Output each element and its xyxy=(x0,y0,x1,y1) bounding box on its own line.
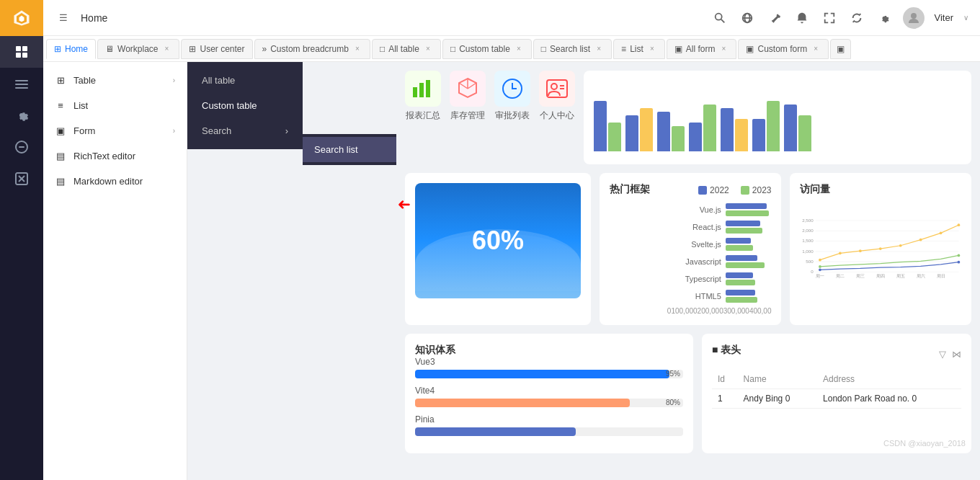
vue3-name: Vue3 xyxy=(415,357,683,367)
search-icon[interactable] xyxy=(711,9,729,27)
submenu-all-table[interactable]: All table xyxy=(187,68,303,93)
bar-label: Svelte.js xyxy=(667,240,721,249)
filter-icon[interactable]: ▽ xyxy=(939,349,946,360)
vert-bar xyxy=(752,119,765,151)
tab-home[interactable]: ⊞ Home xyxy=(46,39,96,59)
svg-text:周二: 周二 xyxy=(836,273,845,278)
svg-rect-23 xyxy=(413,87,417,97)
middle-row: 60% 热门框架 2022 xyxy=(405,173,971,325)
tab-list-icon: ≡ xyxy=(621,44,626,54)
tab-custom-table-label: Custom table xyxy=(459,44,510,54)
tab-all-table[interactable]: □ All table × xyxy=(372,39,441,59)
svg-rect-5 xyxy=(16,53,21,58)
submenu-custom-table-label: Custom table xyxy=(202,100,257,111)
tab-user-center[interactable]: ⊞ User center xyxy=(181,39,252,59)
settings-icon[interactable] xyxy=(876,9,893,27)
quick-link-inventory[interactable]: 库存管理 xyxy=(450,71,486,164)
tab-more[interactable]: ▣ xyxy=(830,39,851,59)
svg-rect-8 xyxy=(15,84,28,85)
bar-2023 xyxy=(726,210,769,216)
tab-home-label: Home xyxy=(65,44,88,54)
markdown-icon: ▤ xyxy=(55,176,66,187)
sidebar-item-minus[interactable] xyxy=(0,131,43,163)
svg-rect-25 xyxy=(426,80,430,97)
knowledge-vue3: Vue3 95% xyxy=(415,357,683,378)
tab-custom-form-close[interactable]: × xyxy=(811,44,821,54)
search-submenu-search-list[interactable]: Search list xyxy=(303,137,396,162)
tab-custom-table-close[interactable]: × xyxy=(514,44,524,54)
tab-custom-breadcrumb[interactable]: » Custom breadcrumb × xyxy=(254,39,370,59)
knowledge-pinia: Pinia xyxy=(415,414,683,436)
menu-item-table[interactable]: ⊞ Table › xyxy=(43,68,187,93)
svg-point-47 xyxy=(899,244,902,247)
menu-toggle-icon[interactable]: ☰ xyxy=(55,9,72,27)
sidebar-item-home[interactable] xyxy=(0,36,43,68)
menu-item-markdown[interactable]: ▤ Markdown editor xyxy=(43,169,187,194)
menu-item-list[interactable]: ≡ List xyxy=(43,93,187,118)
menu-item-form[interactable]: ▣ Form › xyxy=(43,118,187,143)
logo[interactable] xyxy=(0,0,43,36)
col-address: Address xyxy=(817,370,961,389)
sidebar-item-settings[interactable] xyxy=(0,99,43,131)
quick-link-reports[interactable]: 报表汇总 xyxy=(405,71,441,164)
tab-all-form-close[interactable]: × xyxy=(718,44,729,54)
tab-custom-form[interactable]: ▣ Custom form × xyxy=(738,39,829,59)
tab-all-form-label: All form xyxy=(686,44,716,54)
refresh-icon[interactable] xyxy=(848,9,865,27)
tab-list-close[interactable]: × xyxy=(647,44,657,54)
submenu-search[interactable]: Search › xyxy=(187,118,303,143)
svg-point-50 xyxy=(958,223,961,226)
quick-link-profile[interactable]: 个人中心 xyxy=(539,71,575,164)
tab-breadcrumb-close[interactable]: × xyxy=(352,44,362,54)
x-label-1: 100,000 xyxy=(671,307,697,315)
bar-2023 xyxy=(726,245,753,251)
tab-all-form[interactable]: ▣ All form × xyxy=(667,39,737,59)
svg-text:周四: 周四 xyxy=(876,273,885,278)
chart-legend: 2022 2023 xyxy=(698,185,771,195)
left-menu: ⊞ Table › ≡ List ▣ Form › ▤ RichText edi… xyxy=(43,62,187,480)
bell-icon[interactable] xyxy=(793,9,811,27)
search-list-label: Search list xyxy=(314,144,358,155)
tool-icon[interactable] xyxy=(766,9,783,27)
vite4-label: 80% xyxy=(666,399,680,407)
bar-2022 xyxy=(726,255,758,261)
legend-2023-dot xyxy=(741,186,749,195)
cell-name: Andy Bing 0 xyxy=(738,389,817,409)
fullscreen-icon[interactable] xyxy=(821,9,838,27)
tab-workplace[interactable]: 🖥 Workplace × xyxy=(97,39,179,59)
globe-icon[interactable] xyxy=(739,9,756,27)
tab-custom-table[interactable]: □ Custom table × xyxy=(442,39,532,59)
svg-text:1,500: 1,500 xyxy=(803,238,814,243)
svg-rect-12 xyxy=(19,146,24,148)
bar-row: React.js xyxy=(667,221,772,234)
svg-point-28 xyxy=(551,84,557,89)
svg-point-45 xyxy=(859,249,862,252)
tab-search-list-close[interactable]: × xyxy=(594,44,604,54)
user-name[interactable]: Viter xyxy=(935,12,954,23)
menu-item-richtext[interactable]: ▤ RichText editor xyxy=(43,143,187,169)
bar-2022 xyxy=(726,221,760,226)
submenu-custom-table[interactable]: Custom table xyxy=(187,93,303,118)
hot-framework-card: 热门框架 2022 2023 xyxy=(600,173,782,325)
tab-search-list-icon: □ xyxy=(541,44,546,54)
menu-item-list-label: List xyxy=(74,100,88,111)
tab-workplace-close[interactable]: × xyxy=(161,44,172,54)
svg-point-49 xyxy=(940,232,943,235)
vue3-label: 95% xyxy=(666,370,680,378)
legend-2022-label: 2022 xyxy=(710,185,729,195)
vert-bar-group xyxy=(689,105,716,151)
tab-all-table-close[interactable]: × xyxy=(423,44,433,54)
bottom-row: 知识体系 Vue3 95% Vite4 80 xyxy=(405,334,971,453)
tab-search-list-label: Search list xyxy=(550,44,590,54)
svg-rect-9 xyxy=(15,87,28,89)
sidebar-item-grid[interactable] xyxy=(0,68,43,99)
submenu-search-arrow: › xyxy=(285,125,288,136)
pinia-bar xyxy=(415,427,576,436)
svg-rect-24 xyxy=(419,83,424,97)
tab-search-list[interactable]: □ Search list × xyxy=(533,39,612,59)
share-icon[interactable]: ⋈ xyxy=(952,349,961,360)
x-label-2: 200,000 xyxy=(698,307,723,315)
tab-list[interactable]: ≡ List × xyxy=(613,39,665,59)
sidebar-item-close[interactable] xyxy=(0,163,43,195)
quick-link-approval[interactable]: 审批列表 xyxy=(494,71,530,164)
